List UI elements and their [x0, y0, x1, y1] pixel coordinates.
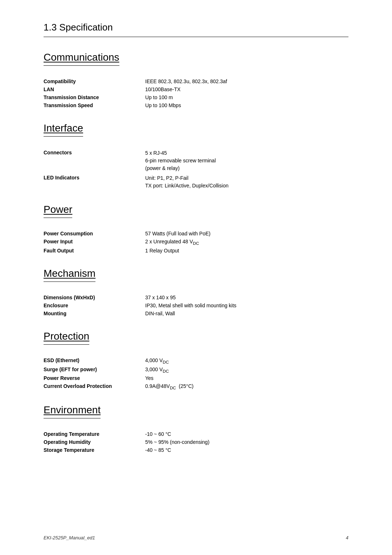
- label-dimensions: Dimensions (WxHxD): [44, 293, 145, 301]
- table-row: Mounting DIN-rail, Wall: [44, 309, 348, 317]
- value-compatibility: IEEE 802.3, 802.3u, 802.3x, 802.3af: [145, 77, 348, 85]
- table-row: Power Input 2 x Unregulated 48 VDC: [44, 238, 348, 247]
- label-enclosure: Enclosure: [44, 301, 145, 309]
- section-heading-power: Power: [44, 204, 72, 218]
- value-esd: 4,000 VDC: [145, 356, 348, 365]
- environment-table: Operating Temperature -10 ~ 60 °C Operat…: [44, 430, 348, 454]
- table-row: Storage Temperature -40 ~ 85 °C: [44, 446, 348, 454]
- label-surge: Surge (EFT for power): [44, 365, 145, 374]
- label-power-input: Power Input: [44, 238, 145, 247]
- label-power-consumption: Power Consumption: [44, 230, 145, 238]
- table-row: Transmission Distance Up to 100 m: [44, 93, 348, 101]
- overload-subscript: DC: [170, 385, 176, 390]
- footer-left: EKI-2525P_Manual_ed1: [44, 535, 95, 540]
- section-environment: Environment Operating Temperature -10 ~ …: [44, 404, 348, 454]
- table-row: Enclosure IP30, Metal shell with solid m…: [44, 301, 348, 309]
- table-row: LED Indicators Unit: P1, P2, P-Fail TX p…: [44, 173, 348, 191]
- table-row: Current Overload Protection 0.9A@48VDC (…: [44, 382, 348, 391]
- value-dimensions: 37 x 140 x 95: [145, 293, 348, 301]
- table-row: Transmission Speed Up to 100 Mbps: [44, 101, 348, 109]
- interface-table: Connectors 5 x RJ-45 6-pin removable scr…: [44, 148, 348, 191]
- value-power-input: 2 x Unregulated 48 VDC: [145, 238, 348, 247]
- label-compatibility: Compatibility: [44, 77, 145, 85]
- page-title: 1.3 Specification: [44, 22, 348, 37]
- label-transmission-speed: Transmission Speed: [44, 101, 145, 109]
- section-mechanism: Mechanism Dimensions (WxHxD) 37 x 140 x …: [44, 268, 348, 317]
- table-row: Compatibility IEEE 802.3, 802.3u, 802.3x…: [44, 77, 348, 85]
- value-surge: 3,000 VDC: [145, 365, 348, 374]
- protection-table: ESD (Ethernet) 4,000 VDC Surge (EFT for …: [44, 356, 348, 391]
- led-line2: TX port: Link/Active, Duplex/Collision: [145, 182, 348, 190]
- label-current-overload: Current Overload Protection: [44, 382, 145, 391]
- value-fault-output: 1 Relay Output: [145, 247, 348, 255]
- table-row: Dimensions (WxHxD) 37 x 140 x 95: [44, 293, 348, 301]
- label-operating-humidity: Operating Humidity: [44, 438, 145, 446]
- label-led-indicators: LED Indicators: [44, 173, 145, 191]
- value-operating-temp: -10 ~ 60 °C: [145, 430, 348, 438]
- section-heading-environment: Environment: [44, 404, 101, 418]
- connectors-line3: (power & relay): [145, 165, 348, 172]
- value-power-reverse: Yes: [145, 374, 348, 382]
- esd-subscript: DC: [163, 360, 169, 364]
- mechanism-table: Dimensions (WxHxD) 37 x 140 x 95 Enclosu…: [44, 293, 348, 317]
- footer-right: 4: [346, 535, 348, 540]
- surge-subscript: DC: [163, 368, 169, 373]
- label-storage-temp: Storage Temperature: [44, 446, 145, 454]
- table-row: Surge (EFT for power) 3,000 VDC: [44, 365, 348, 374]
- table-row: Power Consumption 57 Watts (Full load wi…: [44, 230, 348, 238]
- footer: EKI-2525P_Manual_ed1 4: [0, 535, 392, 540]
- value-storage-temp: -40 ~ 85 °C: [145, 446, 348, 454]
- section-power: Power Power Consumption 57 Watts (Full l…: [44, 204, 348, 255]
- value-transmission-distance: Up to 100 m: [145, 93, 348, 101]
- connectors-line2: 6-pin removable screw terminal: [145, 157, 348, 165]
- table-row: Connectors 5 x RJ-45 6-pin removable scr…: [44, 148, 348, 173]
- section-communications: Communications Compatibility IEEE 802.3,…: [44, 52, 348, 109]
- power-table: Power Consumption 57 Watts (Full load wi…: [44, 230, 348, 255]
- power-input-subscript: DC: [193, 241, 199, 246]
- value-lan: 10/100Base-TX: [145, 85, 348, 93]
- label-power-reverse: Power Reverse: [44, 374, 145, 382]
- table-row: Operating Temperature -10 ~ 60 °C: [44, 430, 348, 438]
- section-heading-interface: Interface: [44, 122, 83, 137]
- section-interface: Interface Connectors 5 x RJ-45 6-pin rem…: [44, 122, 348, 191]
- value-enclosure: IP30, Metal shell with solid mounting ki…: [145, 301, 348, 309]
- table-row: LAN 10/100Base-TX: [44, 85, 348, 93]
- section-protection: Protection ESD (Ethernet) 4,000 VDC Surg…: [44, 331, 348, 391]
- label-lan: LAN: [44, 85, 145, 93]
- label-connectors: Connectors: [44, 148, 145, 173]
- value-led-indicators: Unit: P1, P2, P-Fail TX port: Link/Activ…: [145, 173, 348, 191]
- value-mounting: DIN-rail, Wall: [145, 309, 348, 317]
- led-line1: Unit: P1, P2, P-Fail: [145, 174, 348, 182]
- value-transmission-speed: Up to 100 Mbps: [145, 101, 348, 109]
- section-heading-communications: Communications: [44, 52, 119, 66]
- value-operating-humidity: 5% ~ 95% (non-condensing): [145, 438, 348, 446]
- table-row: Operating Humidity 5% ~ 95% (non-condens…: [44, 438, 348, 446]
- value-connectors: 5 x RJ-45 6-pin removable screw terminal…: [145, 148, 348, 173]
- page: 1.3 Specification Communications Compati…: [0, 0, 392, 555]
- connectors-line1: 5 x RJ-45: [145, 149, 348, 157]
- value-power-consumption: 57 Watts (Full load with PoE): [145, 230, 348, 238]
- communications-table: Compatibility IEEE 802.3, 802.3u, 802.3x…: [44, 77, 348, 109]
- table-row: Fault Output 1 Relay Output: [44, 247, 348, 255]
- table-row: ESD (Ethernet) 4,000 VDC: [44, 356, 348, 365]
- label-fault-output: Fault Output: [44, 247, 145, 255]
- label-mounting: Mounting: [44, 309, 145, 317]
- table-row: Power Reverse Yes: [44, 374, 348, 382]
- section-heading-protection: Protection: [44, 331, 89, 345]
- label-esd: ESD (Ethernet): [44, 356, 145, 365]
- section-heading-mechanism: Mechanism: [44, 268, 95, 282]
- value-current-overload: 0.9A@48VDC (25°C): [145, 382, 348, 391]
- label-transmission-distance: Transmission Distance: [44, 93, 145, 101]
- label-operating-temp: Operating Temperature: [44, 430, 145, 438]
